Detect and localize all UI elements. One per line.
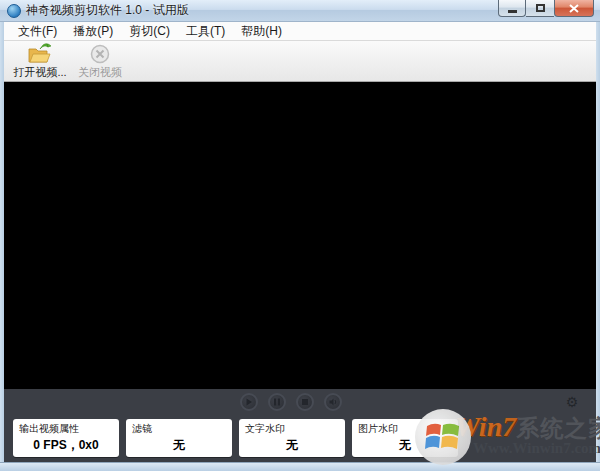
filter-label: 滤镜 bbox=[132, 422, 232, 436]
text-watermark-label: 文字水印 bbox=[245, 422, 345, 436]
status-panels: 输出视频属性 0 FPS，0x0 滤镜 无 文字水印 无 图片水印 无 bbox=[4, 419, 596, 462]
output-properties-label: 输出视频属性 bbox=[19, 422, 119, 436]
volume-icon bbox=[329, 398, 338, 406]
minimize-button[interactable] bbox=[498, 0, 526, 17]
stop-icon bbox=[301, 398, 309, 406]
menu-tools[interactable]: 工具(T) bbox=[178, 21, 233, 42]
maximize-button[interactable] bbox=[526, 0, 554, 17]
filter-value: 无 bbox=[126, 437, 232, 454]
settings-button[interactable]: ⚙ bbox=[564, 394, 580, 410]
window-border-bottom bbox=[0, 462, 600, 471]
close-video-icon bbox=[90, 42, 110, 64]
volume-button[interactable] bbox=[324, 393, 342, 411]
close-video-button[interactable]: 关闭视频 bbox=[70, 42, 130, 80]
control-deck: ⚙ 输出视频属性 0 FPS，0x0 滤镜 无 文字水印 无 图片水印 无 bbox=[4, 389, 596, 462]
close-button[interactable] bbox=[554, 0, 594, 17]
app-icon[interactable] bbox=[7, 4, 21, 18]
maximize-icon bbox=[536, 4, 545, 12]
text-watermark-panel[interactable]: 文字水印 无 bbox=[239, 419, 345, 457]
text-watermark-value: 无 bbox=[239, 437, 345, 454]
image-watermark-panel[interactable]: 图片水印 无 bbox=[352, 419, 458, 457]
pause-icon bbox=[273, 398, 281, 406]
menu-cut[interactable]: 剪切(C) bbox=[121, 21, 178, 42]
toolbar: 打开视频... 关闭视频 bbox=[4, 41, 596, 82]
image-watermark-value: 无 bbox=[352, 437, 458, 454]
window-controls bbox=[498, 0, 594, 17]
stop-button[interactable] bbox=[296, 393, 314, 411]
output-properties-panel[interactable]: 输出视频属性 0 FPS，0x0 bbox=[13, 419, 119, 457]
open-video-folder-icon bbox=[27, 42, 53, 64]
close-video-label: 关闭视频 bbox=[78, 65, 122, 80]
app-window: 神奇视频剪切软件 1.0 - 试用版 文件(F) 播放(P) 剪切(C) 工具(… bbox=[0, 0, 600, 471]
image-watermark-label: 图片水印 bbox=[358, 422, 458, 436]
minimize-icon bbox=[508, 10, 517, 13]
close-icon bbox=[569, 4, 579, 13]
play-button[interactable] bbox=[240, 393, 258, 411]
pause-button[interactable] bbox=[268, 393, 286, 411]
transport-controls bbox=[240, 393, 342, 411]
output-properties-value: 0 FPS，0x0 bbox=[13, 437, 119, 454]
open-video-button[interactable]: 打开视频... bbox=[10, 42, 70, 80]
gear-icon: ⚙ bbox=[566, 394, 579, 410]
menu-file[interactable]: 文件(F) bbox=[10, 21, 65, 42]
menu-bar: 文件(F) 播放(P) 剪切(C) 工具(T) 帮助(H) bbox=[4, 22, 596, 41]
window-border-right bbox=[596, 22, 600, 462]
menu-play[interactable]: 播放(P) bbox=[65, 21, 121, 42]
window-title: 神奇视频剪切软件 1.0 - 试用版 bbox=[26, 2, 189, 19]
video-display-area bbox=[4, 82, 596, 389]
filter-panel[interactable]: 滤镜 无 bbox=[126, 419, 232, 457]
open-video-label: 打开视频... bbox=[13, 65, 66, 80]
menu-help[interactable]: 帮助(H) bbox=[233, 21, 290, 42]
play-icon bbox=[245, 398, 253, 406]
